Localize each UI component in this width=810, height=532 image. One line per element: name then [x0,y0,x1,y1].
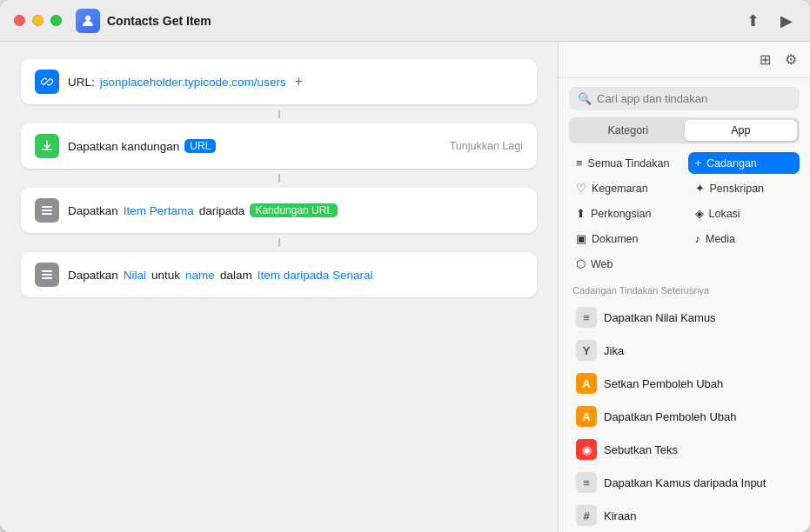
dapatkan-label: Dapatkan [68,204,118,217]
maximize-button[interactable] [50,15,62,26]
connector-3 [278,238,280,247]
daripada-label: daripada [199,204,245,217]
share-button[interactable]: ⬆ [743,8,763,34]
content-area: URL: jsonplaceholder.typicode.com/users … [0,42,810,532]
item-pertama-token[interactable]: Item Pertama [124,204,194,217]
cat-penskripan[interactable]: ✦ Penskripan [688,177,800,199]
get-value-content: Dapatkan Nilai untuk name dalam Item dar… [68,269,373,282]
url-icon [35,70,59,94]
suggested-title: Cadangan Tindakan Seterusnya [569,285,800,296]
minimize-button[interactable] [32,15,44,26]
cat-media[interactable]: ♪ Media [688,228,800,249]
connector-2 [278,174,280,183]
cat-semua[interactable]: ≡ Semua Tindakan [569,152,681,174]
traffic-lights [14,15,62,26]
media-label: Media [706,233,735,245]
add-to-shortcuts-button[interactable]: ⊞ [757,49,773,70]
sug-kiraan[interactable]: # Kiraan [569,499,800,532]
sug-dapatkan-pemboleh[interactable]: A Dapatkan Pemboleh Ubah [569,400,800,433]
category-tabs: Kategori App [569,117,800,143]
svg-rect-4 [42,213,52,215]
dapatkan2-label: Dapatkan [68,269,118,282]
nilai-token[interactable]: Nilai [124,269,146,282]
media-icon: ♪ [695,232,701,245]
search-input[interactable] [597,92,791,105]
url-plus[interactable]: + [295,74,303,90]
sug-jika-label: Jika [604,344,624,357]
web-label: Web [591,258,613,270]
sug-jika-icon: Y [576,340,597,361]
semua-icon: ≡ [576,156,583,170]
search-bar[interactable]: 🔍 [569,87,800,110]
get-value-block[interactable]: Dapatkan Nilai untuk name dalam Item dar… [21,252,537,297]
perkongsian-label: Perkongsian [591,208,652,220]
suggested-section: Cadangan Tindakan Seterusnya ≡ Dapatkan … [559,285,810,532]
filter-button[interactable]: ⚙ [782,49,800,70]
sug-jika[interactable]: Y Jika [569,334,800,367]
tab-kategori[interactable]: Kategori [572,120,685,141]
cat-kegemaran[interactable]: ♡ Kegemaran [569,177,681,199]
cat-cadangan[interactable]: + Cadangan [688,152,800,174]
cat-dokumen[interactable]: ▣ Dokumen [569,228,681,249]
play-button[interactable]: ▶ [777,8,796,34]
svg-rect-7 [42,277,52,279]
svg-rect-6 [42,274,52,276]
cadangan-label: Cadangan [706,157,757,170]
main-window: Contacts Get Item ⬆ ▶ URL: jsonpla [0,0,810,532]
kegemaran-icon: ♡ [576,182,586,195]
get-value-icon [35,263,59,287]
svg-rect-2 [42,206,52,208]
sug-kamus[interactable]: ≡ Dapatkan Nilai Kamus [569,301,800,334]
show-more-link[interactable]: Tunjukkan Lagi [450,140,523,152]
category-grid: ≡ Semua Tindakan + Cadangan ♡ Kegemaran … [569,152,800,275]
sug-setkan-icon: A [576,373,597,394]
url-block[interactable]: URL: jsonplaceholder.typicode.com/users … [21,59,537,104]
sug-kamus-icon: ≡ [576,307,597,328]
get-content-label: Dapatkan kandungan [68,140,179,153]
left-panel: URL: jsonplaceholder.typicode.com/users … [0,42,558,532]
app-icon [76,9,100,33]
svg-rect-3 [42,209,52,211]
kandungan-url-pill[interactable]: Kandungan URL [250,203,338,217]
svg-line-1 [45,80,49,83]
dalam-label: dalam [220,269,252,282]
untuk-label: untuk [151,269,180,282]
item-senarai-token[interactable]: Item daripada Senarai [258,269,373,282]
lokasi-icon: ◈ [695,207,704,220]
sug-sebutkan-icon: ◉ [576,439,597,460]
cat-lokasi[interactable]: ◈ Lokasi [688,203,800,224]
dokumen-icon: ▣ [576,232,586,245]
get-content-content: Dapatkan kandungan URL [68,139,216,153]
cadangan-icon: + [695,156,702,170]
penskripan-label: Penskripan [710,183,765,195]
close-button[interactable] [14,15,25,26]
cat-web[interactable]: ⬡ Web [569,253,681,275]
right-panel: ⊞ ⚙ 🔍 Kategori App ≡ Semua Tindakan [558,42,810,532]
kegemaran-label: Kegemaran [592,183,648,195]
sug-kamus-input-icon: ≡ [576,472,597,493]
right-toolbar: ⊞ ⚙ [559,42,810,78]
url-value[interactable]: jsonplaceholder.typicode.com/users [100,76,286,89]
sug-dapatkan-pemboleh-icon: A [576,406,597,427]
dokumen-label: Dokumen [592,233,639,245]
sug-kamus-input[interactable]: ≡ Dapatkan Kamus daripada Input [569,466,800,499]
sug-kamus-label: Dapatkan Nilai Kamus [604,311,716,324]
title-bar: Contacts Get Item ⬆ ▶ [0,0,810,42]
web-icon: ⬡ [576,257,586,270]
tab-app[interactable]: App [685,120,798,141]
sug-sebutkan[interactable]: ◉ Sebutkan Teks [569,433,800,466]
lokasi-label: Lokasi [709,208,740,220]
connector-1 [278,110,280,118]
get-content-block[interactable]: Dapatkan kandungan URL Tunjukkan Lagi [21,123,537,169]
name-token[interactable]: name [185,269,215,282]
svg-point-0 [85,16,90,21]
sug-kiraan-icon: # [576,505,597,526]
get-first-item-block[interactable]: Dapatkan Item Pertama daripada Kandungan… [21,188,537,233]
search-icon: 🔍 [578,92,592,105]
sug-setkan[interactable]: A Setkan Pemboleh Ubah [569,367,800,400]
url-pill[interactable]: URL [184,139,216,153]
cat-perkongsian[interactable]: ⬆ Perkongsian [569,203,681,224]
sug-sebutkan-label: Sebutkan Teks [604,443,678,456]
url-prefix-label: URL: [68,76,95,89]
url-content: URL: jsonplaceholder.typicode.com/users … [68,74,303,90]
